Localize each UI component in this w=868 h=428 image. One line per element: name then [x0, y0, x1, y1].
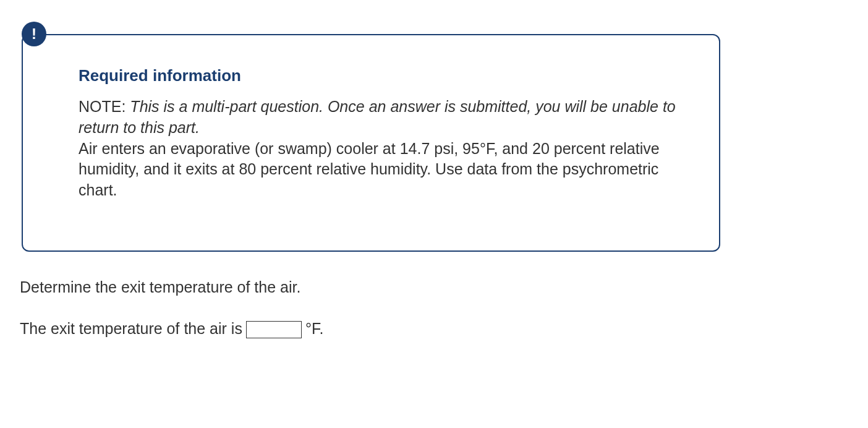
answer-line: The exit temperature of the air is °F.	[20, 318, 856, 340]
info-title: Required information	[79, 66, 682, 85]
info-box: Required information NOTE: This is a mul…	[22, 34, 720, 252]
info-body-text: Air enters an evaporative (or swamp) coo…	[79, 140, 660, 199]
question-prompt: Determine the exit temperature of the ai…	[20, 276, 856, 298]
required-info-container: ! Required information NOTE: This is a m…	[12, 34, 856, 252]
exclamation-icon: !	[22, 22, 46, 46]
note-text: NOTE: This is a multi-part question. Onc…	[79, 96, 682, 201]
note-italic: This is a multi-part question. Once an a…	[79, 98, 676, 136]
question-section: Determine the exit temperature of the ai…	[20, 276, 856, 340]
exclamation-char: !	[32, 25, 36, 43]
answer-unit: °F.	[305, 318, 323, 340]
answer-input[interactable]	[246, 321, 302, 338]
answer-prefix: The exit temperature of the air is	[20, 318, 242, 340]
note-label: NOTE:	[79, 98, 126, 115]
